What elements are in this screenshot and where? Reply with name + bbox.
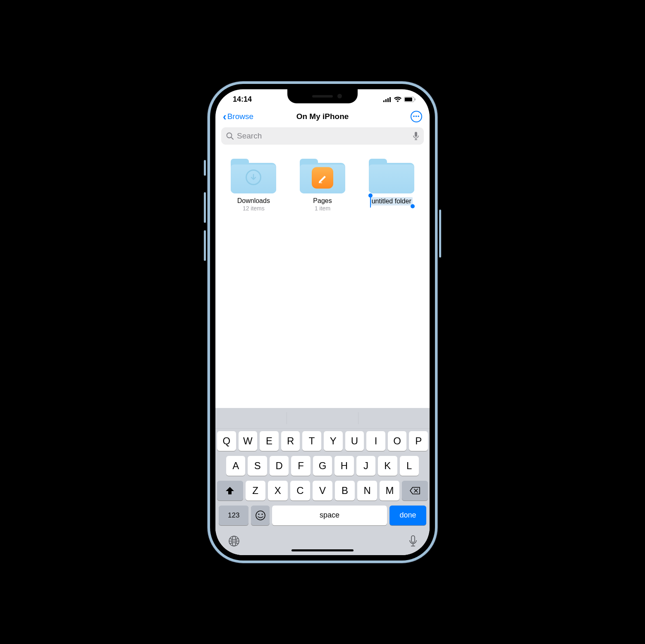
svg-rect-1 <box>385 99 387 102</box>
keyboard-row-2: A S D F G H J K L <box>217 456 428 476</box>
screen: 14:14 ‹ Browse On My iPhone ••• Search <box>215 89 430 555</box>
volume-down-button[interactable] <box>204 230 206 261</box>
folder-name-input[interactable]: untitled folder <box>370 197 413 205</box>
key-y[interactable]: Y <box>324 431 343 451</box>
delete-key[interactable] <box>402 481 428 501</box>
suggestion-slot[interactable] <box>215 412 287 424</box>
key-g[interactable]: G <box>313 456 332 476</box>
folder-pages[interactable]: Pages 1 item <box>294 159 351 212</box>
wifi-icon <box>394 97 401 102</box>
back-label: Browse <box>227 112 253 121</box>
dictation-icon[interactable] <box>409 535 417 547</box>
folder-label: Downloads <box>237 197 270 205</box>
folder-grid: Downloads 12 items Pages 1 item unti <box>215 149 430 222</box>
space-key[interactable]: space <box>272 506 387 525</box>
keyboard-row-3: Z X C V B N M <box>217 481 428 501</box>
folder-untitled[interactable]: untitled folder <box>363 159 420 212</box>
phone-frame: 14:14 ‹ Browse On My iPhone ••• Search <box>208 81 437 563</box>
svg-rect-0 <box>383 100 385 102</box>
back-button[interactable]: ‹ Browse <box>223 111 253 122</box>
key-a[interactable]: A <box>226 456 245 476</box>
shift-key[interactable] <box>217 481 243 501</box>
more-button[interactable]: ••• <box>411 111 422 122</box>
power-button[interactable] <box>439 210 441 258</box>
folder-icon <box>369 159 414 193</box>
key-k[interactable]: K <box>378 456 397 476</box>
ellipsis-icon: ••• <box>413 113 420 119</box>
key-v[interactable]: V <box>313 481 332 501</box>
key-f[interactable]: F <box>291 456 310 476</box>
key-o[interactable]: O <box>388 431 407 451</box>
suggestion-slot[interactable] <box>358 412 430 424</box>
svg-point-17 <box>258 513 259 515</box>
done-key[interactable]: done <box>389 506 426 525</box>
selection-handle-left[interactable] <box>368 193 373 198</box>
folder-label: Pages <box>313 197 332 205</box>
home-indicator[interactable] <box>291 549 354 551</box>
keyboard: Q W E R T Y U I O P A S D F G H <box>215 408 430 555</box>
svg-rect-2 <box>387 98 389 102</box>
svg-point-18 <box>261 513 263 515</box>
key-p[interactable]: P <box>409 431 428 451</box>
key-z[interactable]: Z <box>246 481 265 501</box>
svg-rect-5 <box>405 98 412 101</box>
key-w[interactable]: W <box>239 431 258 451</box>
silence-switch[interactable] <box>204 160 206 176</box>
key-c[interactable]: C <box>290 481 310 501</box>
search-field[interactable]: Search <box>221 127 424 145</box>
backspace-icon <box>410 487 420 494</box>
key-i[interactable]: I <box>366 431 385 451</box>
keyboard-row-1: Q W E R T Y U I O P <box>217 431 428 451</box>
content-area <box>215 222 430 408</box>
emoji-icon <box>255 510 266 521</box>
chevron-left-icon: ‹ <box>223 111 227 122</box>
page-title: On My iPhone <box>296 112 349 121</box>
svg-rect-6 <box>415 98 416 100</box>
svg-rect-22 <box>411 536 415 542</box>
search-icon <box>226 132 234 140</box>
key-n[interactable]: N <box>357 481 377 501</box>
download-icon <box>246 169 261 185</box>
key-l[interactable]: L <box>400 456 419 476</box>
key-e[interactable]: E <box>260 431 279 451</box>
search-placeholder: Search <box>237 131 410 141</box>
notch <box>287 89 358 103</box>
suggestion-bar <box>215 408 430 429</box>
key-d[interactable]: D <box>270 456 289 476</box>
cellular-icon <box>383 97 392 102</box>
shift-icon <box>225 487 234 495</box>
volume-up-button[interactable] <box>204 192 206 223</box>
nav-bar: ‹ Browse On My iPhone ••• <box>215 110 430 126</box>
numbers-key[interactable]: 123 <box>219 506 248 525</box>
key-b[interactable]: B <box>335 481 355 501</box>
svg-point-16 <box>256 511 265 520</box>
key-m[interactable]: M <box>380 481 399 501</box>
key-s[interactable]: S <box>248 456 267 476</box>
emoji-key[interactable] <box>251 506 270 525</box>
globe-icon[interactable] <box>228 535 240 547</box>
svg-line-8 <box>231 137 233 139</box>
key-u[interactable]: U <box>345 431 364 451</box>
folder-downloads[interactable]: Downloads 12 items <box>225 159 282 212</box>
folder-icon <box>300 159 345 193</box>
keyboard-row-4: 123 space done <box>217 506 428 525</box>
folder-subtitle: 12 items <box>243 205 265 212</box>
key-r[interactable]: R <box>281 431 300 451</box>
key-x[interactable]: X <box>268 481 288 501</box>
key-q[interactable]: Q <box>217 431 236 451</box>
selection-handle-right[interactable] <box>411 204 415 208</box>
key-h[interactable]: H <box>334 456 354 476</box>
battery-icon <box>404 97 416 102</box>
clock: 14:14 <box>233 95 252 104</box>
key-j[interactable]: J <box>356 456 375 476</box>
svg-rect-3 <box>389 97 391 102</box>
mic-icon[interactable] <box>413 132 419 140</box>
key-t[interactable]: T <box>302 431 321 451</box>
folder-subtitle: 1 item <box>315 205 330 212</box>
suggestion-slot[interactable] <box>287 412 358 424</box>
pages-app-icon <box>312 167 333 188</box>
folder-icon <box>231 159 276 193</box>
svg-rect-9 <box>415 132 417 137</box>
